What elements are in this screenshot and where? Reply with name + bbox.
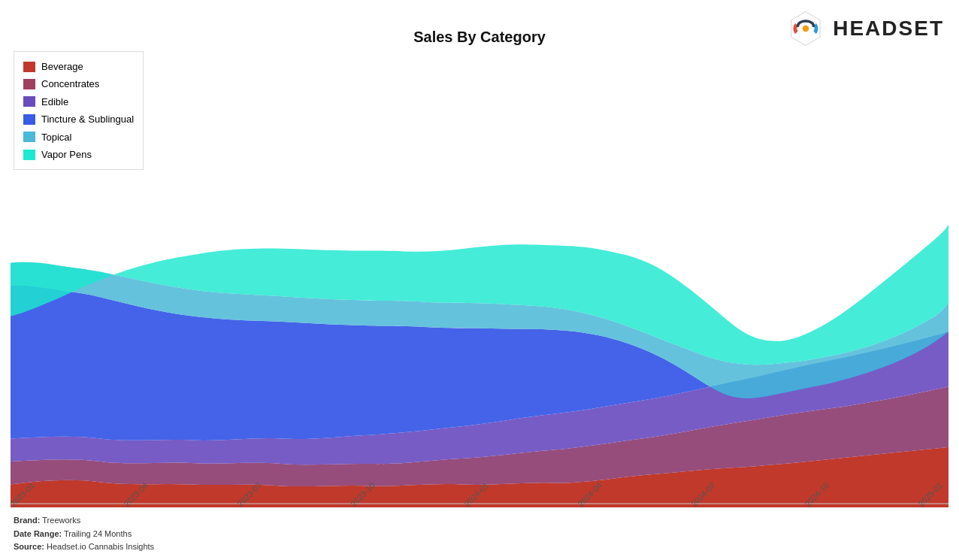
footer-source: Source: Headset.io Cannabis Insights bbox=[14, 540, 154, 554]
date-range-label: Date Range: bbox=[14, 529, 62, 538]
legend-swatch-edible bbox=[23, 96, 35, 107]
brand-label: Brand: bbox=[14, 516, 40, 525]
legend-label-edible: Edible bbox=[41, 93, 68, 110]
legend-swatch-beverage bbox=[23, 62, 35, 72]
legend-item-edible: Edible bbox=[23, 93, 134, 110]
footer-brand: Brand: Treeworks bbox=[14, 514, 154, 528]
legend-item-vapor-pens: Vapor Pens bbox=[23, 146, 134, 163]
legend-swatch-tincture bbox=[23, 114, 35, 125]
legend-label-vapor-pens: Vapor Pens bbox=[41, 146, 92, 163]
chart-svg bbox=[11, 49, 948, 507]
legend-label-beverage: Beverage bbox=[41, 58, 83, 75]
legend-swatch-concentrates bbox=[23, 79, 35, 89]
x-axis: 2023-01 2023-04 2023-07 2023-10 2024-01 … bbox=[11, 500, 948, 509]
source-label: Source: bbox=[14, 542, 44, 551]
legend-label-tincture: Tincture & Sublingual bbox=[41, 110, 134, 128]
legend-item-tincture: Tincture & Sublingual bbox=[23, 110, 134, 128]
legend-label-topical: Topical bbox=[41, 129, 71, 146]
footer-meta: Brand: Treeworks Date Range: Trailing 24… bbox=[14, 514, 154, 554]
legend-label-concentrates: Concentrates bbox=[41, 75, 99, 92]
chart-area bbox=[11, 49, 948, 507]
footer-date-range: Date Range: Trailing 24 Months bbox=[14, 528, 154, 541]
legend-item-beverage: Beverage bbox=[23, 58, 134, 75]
legend-item-topical: Topical bbox=[23, 129, 134, 146]
brand-value: Treeworks bbox=[42, 516, 80, 525]
legend-swatch-vapor-pens bbox=[23, 150, 35, 160]
source-value: Headset.io Cannabis Insights bbox=[47, 542, 154, 551]
legend-item-concentrates: Concentrates bbox=[23, 75, 134, 92]
legend-swatch-topical bbox=[23, 132, 35, 142]
legend: Beverage Concentrates Edible Tincture & … bbox=[14, 51, 144, 170]
date-range-value: Trailing 24 Months bbox=[64, 529, 132, 538]
page: HEADSET Sales By Category Beverage Conce… bbox=[0, 0, 959, 560]
chart-title: Sales By Category bbox=[0, 29, 959, 46]
